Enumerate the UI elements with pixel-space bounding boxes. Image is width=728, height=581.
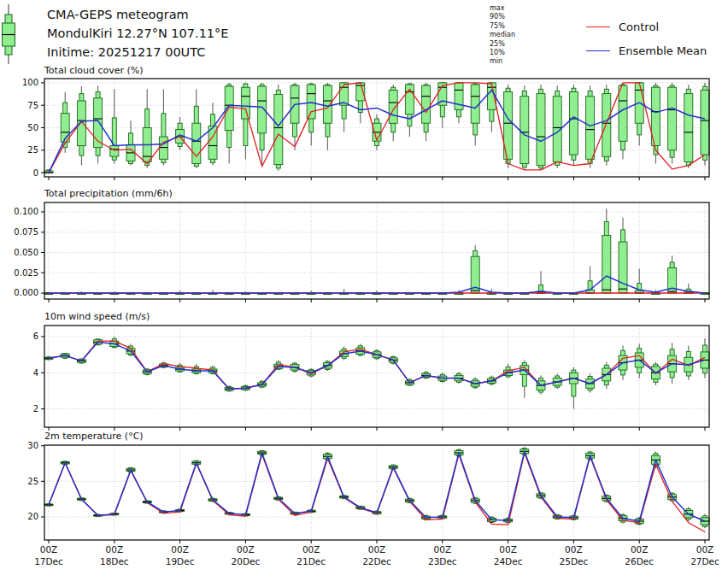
meteogram-charts: 02550751000.0000.0250.0500.0750.10024620… bbox=[0, 0, 728, 581]
figure-header: CMA-GEPS meteogram MondulKiri 12.27°N 10… bbox=[47, 5, 229, 62]
svg-text:00Z: 00Z bbox=[565, 544, 583, 555]
svg-text:00Z: 00Z bbox=[368, 544, 386, 555]
x-axis-labels: 00Z17Dec00Z18Dec00Z19Dec00Z20Dec00Z21Dec… bbox=[34, 544, 719, 566]
svg-text:25: 25 bbox=[27, 477, 38, 486]
cloud-cover-panel: 0255075100 bbox=[22, 78, 709, 180]
svg-text:00Z: 00Z bbox=[302, 544, 320, 555]
ensemble-mean-line-icon bbox=[586, 50, 610, 51]
wind-speed-panel: 246 bbox=[33, 326, 709, 431]
svg-text:0.025: 0.025 bbox=[14, 268, 38, 278]
svg-text:19Dec: 19Dec bbox=[166, 556, 195, 566]
svg-text:100: 100 bbox=[22, 78, 38, 87]
svg-text:00Z: 00Z bbox=[40, 544, 58, 555]
svg-text:0.000: 0.000 bbox=[14, 288, 38, 297]
legend-label-max: max bbox=[490, 4, 515, 13]
svg-text:2: 2 bbox=[33, 404, 38, 414]
svg-text:18Dec: 18Dec bbox=[100, 556, 129, 566]
svg-text:20: 20 bbox=[27, 512, 38, 521]
svg-text:25Dec: 25Dec bbox=[560, 556, 589, 566]
svg-text:30: 30 bbox=[27, 441, 38, 450]
legend-label-median: median bbox=[490, 31, 515, 39]
figure-title: CMA-GEPS meteogram bbox=[47, 5, 229, 24]
svg-text:00Z: 00Z bbox=[696, 544, 714, 555]
temperature-title: 2m temperature (°C) bbox=[44, 431, 144, 442]
legend-label-min: min bbox=[490, 57, 515, 66]
svg-text:21Dec: 21Dec bbox=[296, 556, 326, 566]
svg-text:00Z: 00Z bbox=[631, 544, 649, 555]
svg-text:25: 25 bbox=[27, 145, 38, 155]
legend-label-10: 10% bbox=[490, 49, 515, 57]
svg-text:4: 4 bbox=[33, 368, 38, 378]
boxplot-legend-labels: max 90% 75% median 25% 10% min bbox=[490, 4, 515, 67]
temperature-panel: 202530 bbox=[27, 441, 709, 543]
svg-text:0.075: 0.075 bbox=[14, 227, 38, 237]
figure-location: MondulKiri 12.27°N 107.11°E bbox=[47, 24, 229, 43]
precipitation-panel: 0.0000.0250.0500.0750.100 bbox=[14, 202, 709, 302]
boxplot-legend-icon bbox=[0, 0, 17, 68]
svg-text:50: 50 bbox=[27, 123, 38, 132]
svg-text:24Dec: 24Dec bbox=[494, 556, 523, 566]
svg-text:0.050: 0.050 bbox=[14, 248, 38, 257]
svg-text:00Z: 00Z bbox=[237, 544, 255, 555]
svg-text:26Dec: 26Dec bbox=[625, 556, 654, 566]
svg-text:00Z: 00Z bbox=[106, 544, 124, 555]
svg-text:27Dec: 27Dec bbox=[690, 556, 719, 566]
control-line-icon bbox=[586, 26, 610, 27]
svg-text:22Dec: 22Dec bbox=[362, 556, 391, 566]
wind-speed-title: 10m wind speed (m/s) bbox=[44, 311, 150, 322]
legend-control: Control bbox=[586, 21, 659, 33]
precipitation-title: Total precipitation (mm/6h) bbox=[44, 188, 173, 199]
legend-label-75: 75% bbox=[490, 22, 515, 31]
svg-text:0.100: 0.100 bbox=[14, 207, 38, 216]
svg-text:00Z: 00Z bbox=[434, 544, 452, 555]
svg-text:6: 6 bbox=[33, 332, 38, 341]
legend-ensemble-label: Ensemble Mean bbox=[619, 44, 707, 57]
svg-text:17Dec: 17Dec bbox=[34, 556, 63, 566]
legend-label-25: 25% bbox=[490, 40, 515, 49]
svg-text:00Z: 00Z bbox=[171, 544, 189, 555]
svg-text:75: 75 bbox=[27, 101, 38, 110]
cloud-cover-title: Total cloud cover (%) bbox=[44, 65, 144, 76]
svg-text:0: 0 bbox=[33, 168, 38, 178]
meteogram-figure: 02550751000.0000.0250.0500.0750.10024620… bbox=[0, 0, 728, 581]
legend-ensemble-mean: Ensemble Mean bbox=[586, 44, 707, 57]
legend-label-90: 90% bbox=[490, 13, 515, 21]
svg-text:20Dec: 20Dec bbox=[232, 556, 261, 566]
svg-text:23Dec: 23Dec bbox=[428, 556, 457, 566]
legend-control-label: Control bbox=[619, 21, 659, 33]
figure-inittime: Initime: 20251217 00UTC bbox=[47, 43, 229, 62]
svg-text:00Z: 00Z bbox=[499, 544, 517, 555]
